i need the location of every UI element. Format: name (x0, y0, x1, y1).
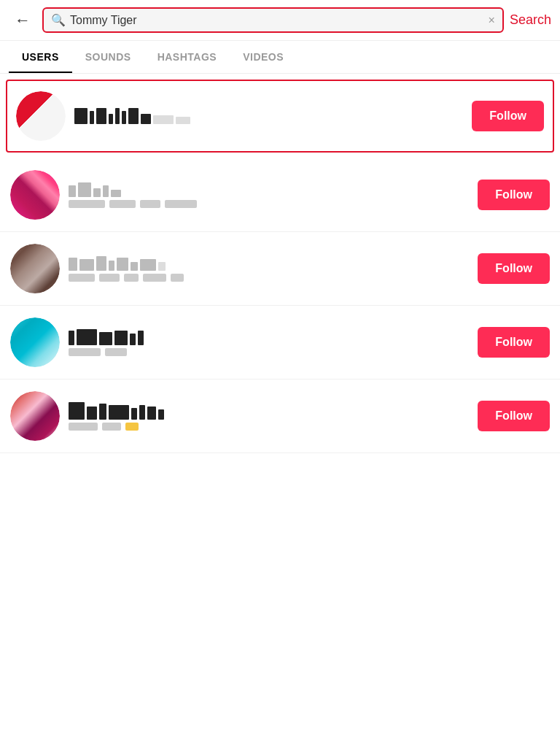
user-meta (69, 423, 469, 431)
search-box: 🔍 × (42, 7, 504, 33)
search-input[interactable] (70, 14, 484, 27)
user-list: Follow Follow (0, 80, 560, 453)
back-button[interactable]: ← (9, 8, 36, 33)
search-button[interactable]: Search (510, 12, 551, 28)
username-display (69, 402, 469, 420)
clear-button[interactable]: × (489, 14, 495, 27)
user-meta (69, 200, 469, 208)
user-item: Follow (0, 380, 560, 453)
username-display (69, 182, 469, 197)
avatar (10, 170, 60, 220)
user-item: Follow (0, 158, 560, 232)
user-item: Follow (0, 232, 560, 306)
user-item: Follow (0, 306, 560, 380)
follow-button[interactable]: Follow (478, 253, 550, 284)
avatar (10, 391, 60, 441)
user-meta (69, 348, 469, 356)
user-info (69, 329, 469, 356)
avatar (10, 317, 60, 367)
tab-bar: USERS SOUNDS HASHTAGS VIDEOS (0, 41, 560, 74)
user-meta (69, 274, 469, 282)
username-display (74, 108, 463, 124)
tab-sounds[interactable]: SOUNDS (72, 41, 144, 73)
username-display (69, 256, 469, 271)
user-info (74, 108, 463, 124)
header: ← 🔍 × Search (0, 0, 560, 41)
follow-button[interactable]: Follow (478, 401, 550, 431)
avatar (16, 91, 66, 141)
follow-button[interactable]: Follow (478, 327, 550, 358)
search-icon: 🔍 (51, 13, 66, 27)
user-info (69, 402, 469, 431)
tab-users[interactable]: USERS (9, 41, 72, 73)
tab-videos[interactable]: VIDEOS (230, 41, 297, 73)
user-info (69, 182, 469, 208)
avatar (10, 244, 60, 293)
user-item: Follow (6, 80, 554, 153)
follow-button[interactable]: Follow (478, 180, 550, 210)
user-info (69, 256, 469, 282)
username-display (69, 329, 469, 345)
tab-hashtags[interactable]: HASHTAGS (144, 41, 230, 73)
follow-button[interactable]: Follow (472, 101, 544, 131)
